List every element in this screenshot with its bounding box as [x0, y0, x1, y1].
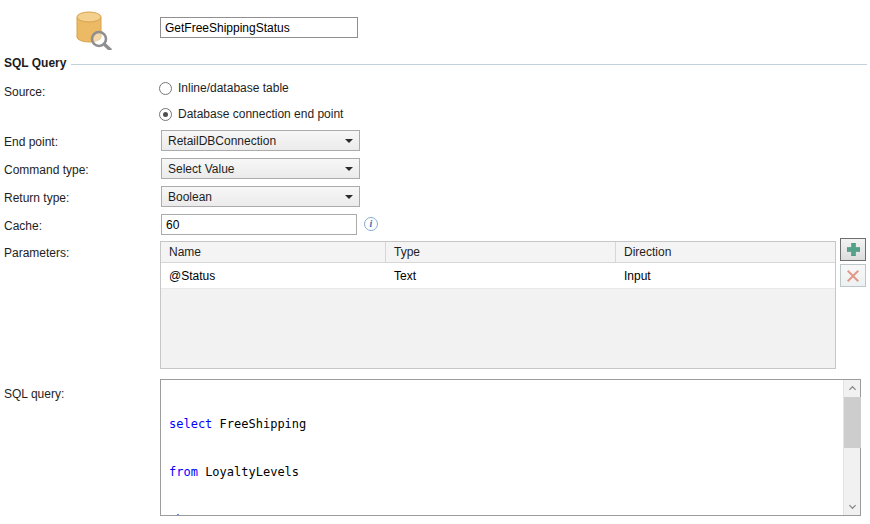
parameters-table: Name Type Direction @Status Text Input — [160, 241, 836, 369]
sql-token: select — [169, 417, 212, 431]
add-parameter-button[interactable] — [840, 238, 866, 261]
section-title: SQL Query — [4, 56, 66, 70]
radio-option-label: Database connection end point — [178, 107, 343, 121]
radio-icon-selected — [159, 108, 172, 121]
sql-query-properties-panel: SQL Query Source: End point: Command typ… — [0, 0, 870, 524]
chevron-down-icon — [345, 195, 353, 199]
plus-icon — [847, 243, 860, 256]
end-point-value: RetailDBConnection — [168, 134, 345, 148]
query-name-input[interactable] — [160, 17, 358, 38]
radio-option-label: Inline/database table — [178, 81, 289, 95]
database-search-icon — [69, 10, 113, 53]
radio-option-inline-table[interactable]: Inline/database table — [159, 81, 289, 95]
param-type-cell: Text — [386, 263, 616, 288]
scroll-up-button[interactable] — [844, 380, 861, 397]
sql-query-editor[interactable]: select FreeShipping from LoyaltyLevels w… — [160, 379, 861, 516]
sql-query-label: SQL query: — [4, 387, 64, 401]
return-type-dropdown[interactable]: Boolean — [161, 186, 360, 207]
cache-input[interactable] — [161, 214, 357, 235]
info-icon[interactable]: i — [364, 217, 378, 231]
command-type-label: Command type: — [4, 163, 89, 177]
chevron-down-icon — [345, 167, 353, 171]
vertical-scrollbar[interactable] — [843, 380, 860, 515]
cache-label: Cache: — [4, 219, 42, 233]
param-name-cell: @Status — [161, 263, 386, 288]
section-divider — [71, 64, 867, 65]
scroll-down-button[interactable] — [844, 498, 861, 515]
return-type-label: Return type: — [4, 191, 69, 205]
source-label: Source: — [4, 85, 45, 99]
param-direction-cell: Input — [616, 263, 835, 288]
scrollbar-thumb[interactable] — [844, 397, 861, 448]
command-type-dropdown[interactable]: Select Value — [161, 158, 360, 179]
parameters-label: Parameters: — [4, 246, 69, 260]
column-header-name: Name — [161, 242, 386, 262]
command-type-value: Select Value — [168, 162, 345, 176]
sql-code: select FreeShipping from LoyaltyLevels w… — [161, 380, 843, 515]
x-icon — [846, 269, 860, 283]
sql-token: Status — [205, 513, 263, 515]
parameters-table-header: Name Type Direction — [161, 242, 835, 263]
radio-icon — [159, 82, 172, 95]
sql-token: FreeShipping — [212, 417, 306, 431]
sql-token: @Status — [270, 513, 328, 515]
radio-option-db-endpoint[interactable]: Database connection end point — [159, 107, 343, 121]
table-row[interactable]: @Status Text Input — [161, 263, 835, 289]
end-point-dropdown[interactable]: RetailDBConnection — [161, 130, 360, 151]
column-header-type: Type — [386, 242, 616, 262]
column-header-direction: Direction — [616, 242, 835, 262]
return-type-value: Boolean — [168, 190, 345, 204]
delete-parameter-button[interactable] — [840, 264, 866, 287]
sql-line: where Status = @Status — [169, 512, 843, 515]
sql-token: from — [169, 465, 198, 479]
chevron-up-icon — [848, 384, 857, 393]
sql-line: from LoyaltyLevels — [169, 464, 843, 480]
sql-line: select FreeShipping — [169, 416, 843, 432]
chevron-down-icon — [848, 502, 857, 511]
chevron-down-icon — [345, 139, 353, 143]
end-point-label: End point: — [4, 135, 58, 149]
sql-token: where — [169, 513, 205, 515]
sql-token: LoyaltyLevels — [198, 465, 299, 479]
